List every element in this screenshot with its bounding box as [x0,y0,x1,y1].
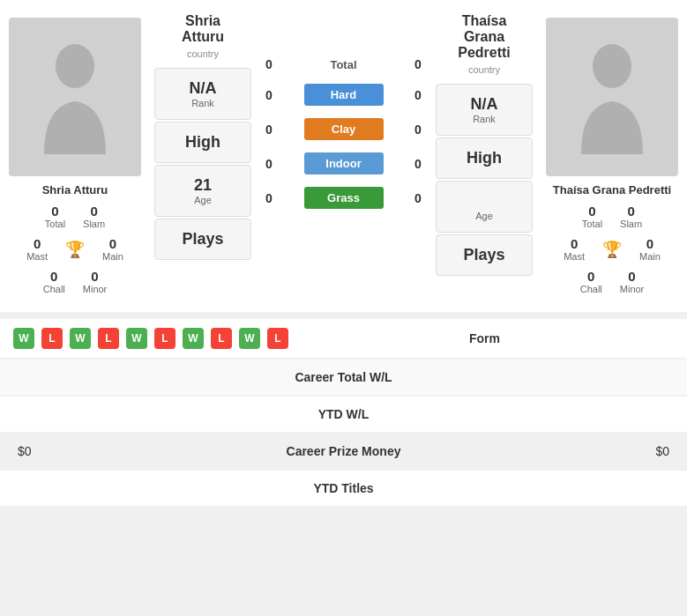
player2-stat-col: Thaísa Grana Pedretti country N/A Rank H… [431,13,537,276]
form-badge-l3: L [154,328,175,349]
player2-avatar [546,18,678,176]
player2-total: 0 Total [582,204,602,229]
player2-stats-mid: 0 Mast 🏆 0 Main [564,236,661,262]
surface-col: 0 Total 0 0 Hard 0 0 Clay 0 [256,13,431,276]
form-badge-w1: W [13,328,34,349]
player1-stats-top: 0 Total 0 Slam [45,204,105,229]
indoor-row: 0 Indoor 0 [260,152,427,174]
player2-high-block: High [436,137,533,179]
player1-high-block: High [154,122,251,163]
form-label: Form [295,331,674,345]
career-total-label: Career Total W/L [235,370,452,384]
player2-country: country [468,64,500,75]
hard-right-score: 0 [409,88,427,102]
grass-left-score: 0 [260,191,278,205]
player-comparison: Shria Atturu 0 Total 0 Slam 0 Mast 🏆 [0,0,687,312]
player1-age-val: 21 [162,176,243,195]
player1-age-block: 21 Age [154,165,251,217]
player2-rank-val: N/A [444,95,525,114]
form-badge-l4: L [211,328,232,349]
player1-name: Shria Atturu [154,13,251,45]
indoor-left-score: 0 [260,157,278,171]
hard-button[interactable]: Hard [304,84,384,106]
indoor-right-score: 0 [409,157,427,171]
player2-chall: 0 Chall [580,269,602,294]
player1-avatar [9,18,141,176]
player2-stats-chall: 0 Chall 0 Minor [580,269,645,294]
prize-row: $0 Career Prize Money $0 [0,434,687,469]
clay-row: 0 Clay 0 [260,118,427,140]
stats-middle-area: Shria Atturu country N/A Rank High 21 Ag… [150,13,537,276]
player2-age-block: Age [436,181,533,233]
form-badge-w4: W [183,328,204,349]
player1-rank-val: N/A [162,79,243,98]
prize-right: $0 [452,444,669,458]
player1-total: 0 Total [45,204,65,229]
form-badge-l5: L [267,328,288,349]
grass-row: 0 Grass 0 [260,187,427,209]
player2-main: 0 Main [639,236,661,262]
player1-chall: 0 Chall [43,269,65,294]
player1-trophy-icon: 🏆 [65,240,85,259]
clay-right-score: 0 [409,122,427,137]
player2-mast: 0 Mast [564,236,585,262]
form-badge-w3: W [126,328,147,349]
player2-name: Thaísa Grana Pedretti [436,13,533,61]
form-badge-l2: L [98,328,119,349]
player1-rank-block: N/A Rank [154,68,251,120]
hard-row: 0 Hard 0 [260,84,427,106]
ytd-wl-label: YTD W/L [318,407,370,421]
clay-left-score: 0 [260,122,278,137]
player1-main: 0 Main [102,236,123,262]
svg-point-0 [56,44,94,88]
player2-photo-area: Thaísa Grana Pedretti 0 Total 0 Slam 0 M… [537,13,687,299]
player1-name-below: Shria Atturu [42,183,108,197]
ytd-wl-row: YTD W/L [0,397,687,432]
player2-plays-val: Plays [444,246,525,264]
player2-high-val: High [444,149,525,167]
total-row: 0 Total 0 [260,57,427,71]
player2-age-val [444,192,525,211]
total-right-score: 0 [409,57,427,71]
form-badge-w5: W [239,328,260,349]
ytd-titles-label: YTD Titles [313,481,373,495]
clay-button[interactable]: Clay [304,118,384,140]
player1-name-section: Shria Atturu country [154,13,251,66]
player2-rank-label: Rank [444,114,525,124]
player1-country: country [187,48,219,59]
player1-stat-col: Shria Atturu country N/A Rank High 21 Ag… [150,13,256,276]
player2-silhouette [572,40,652,154]
career-total-wl-row: Career Total W/L [0,360,687,395]
grass-right-score: 0 [409,191,427,205]
player2-name-section: Thaísa Grana Pedretti country [436,13,533,82]
player1-high-val: High [162,133,243,152]
total-left-score: 0 [260,57,278,71]
ytd-titles-row: YTD Titles [0,471,687,506]
form-badge-w2: W [70,328,91,349]
player1-rank-label: Rank [162,98,243,108]
player1-plays-val: Plays [162,230,243,249]
player1-stats-chall: 0 Chall 0 Minor [43,269,108,294]
hard-left-score: 0 [260,88,278,102]
player1-silhouette [35,40,115,154]
player1-mast: 0 Mast [26,236,48,262]
player1-age-label: Age [162,195,243,205]
player1-slam: 0 Slam [83,204,105,229]
player2-name-below: Thaísa Grana Pedretti [553,183,671,197]
indoor-button[interactable]: Indoor [304,152,384,174]
player2-trophy-icon: 🏆 [602,240,622,259]
player2-rank-block: N/A Rank [436,84,533,136]
prize-left: $0 [18,444,235,458]
player2-stats-top: 0 Total 0 Slam [582,204,642,229]
player1-photo-area: Shria Atturu 0 Total 0 Slam 0 Mast 🏆 [0,13,150,299]
player2-minor: 0 Minor [620,269,645,294]
grass-button[interactable]: Grass [304,187,384,209]
player2-plays-block: Plays [436,234,533,276]
player2-slam: 0 Slam [620,204,642,229]
prize-label: Career Prize Money [235,444,452,458]
player1-minor: 0 Minor [83,269,108,294]
player2-age-label: Age [444,211,525,221]
player1-plays-block: Plays [154,219,251,260]
form-section: W L W L W L W L W L Form [0,319,687,358]
total-label: Total [278,58,409,71]
